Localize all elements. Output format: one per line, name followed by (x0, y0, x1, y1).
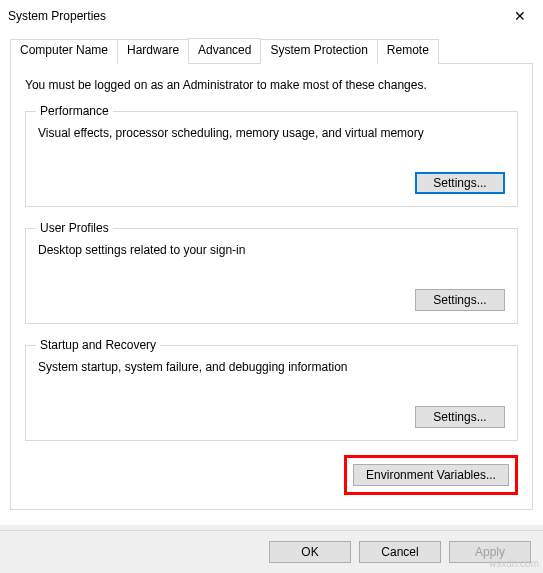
admin-warning-text: You must be logged on as an Administrato… (25, 78, 518, 92)
startup-recovery-settings-button[interactable]: Settings... (415, 406, 505, 428)
window-title: System Properties (8, 9, 497, 23)
tabstrip: Computer Name Hardware Advanced System P… (10, 38, 533, 63)
tab-advanced[interactable]: Advanced (188, 38, 261, 63)
ok-button[interactable]: OK (269, 541, 351, 563)
startup-recovery-legend: Startup and Recovery (36, 338, 160, 352)
user-profiles-settings-button[interactable]: Settings... (415, 289, 505, 311)
tab-computer-name[interactable]: Computer Name (10, 39, 118, 64)
dialog-footer: OK Cancel Apply (0, 530, 543, 563)
tab-hardware[interactable]: Hardware (117, 39, 189, 64)
tab-content-advanced: You must be logged on as an Administrato… (10, 63, 533, 510)
cancel-button[interactable]: Cancel (359, 541, 441, 563)
performance-desc: Visual effects, processor scheduling, me… (38, 126, 505, 140)
dialog-body: Computer Name Hardware Advanced System P… (0, 32, 543, 510)
environment-variables-button[interactable]: Environment Variables... (353, 464, 509, 486)
tab-remote[interactable]: Remote (377, 39, 439, 64)
user-profiles-desc: Desktop settings related to your sign-in (38, 243, 505, 257)
close-icon[interactable]: ✕ (497, 0, 543, 32)
tab-system-protection[interactable]: System Protection (260, 39, 377, 64)
environment-variables-row: Environment Variables... (25, 455, 518, 495)
startup-recovery-group: Startup and Recovery System startup, sys… (25, 338, 518, 441)
highlight-annotation: Environment Variables... (344, 455, 518, 495)
user-profiles-group: User Profiles Desktop settings related t… (25, 221, 518, 324)
startup-recovery-desc: System startup, system failure, and debu… (38, 360, 505, 374)
titlebar: System Properties ✕ (0, 0, 543, 32)
watermark-text: wsxdn.com (489, 558, 539, 569)
performance-group: Performance Visual effects, processor sc… (25, 104, 518, 207)
user-profiles-legend: User Profiles (36, 221, 113, 235)
performance-legend: Performance (36, 104, 113, 118)
performance-settings-button[interactable]: Settings... (415, 172, 505, 194)
